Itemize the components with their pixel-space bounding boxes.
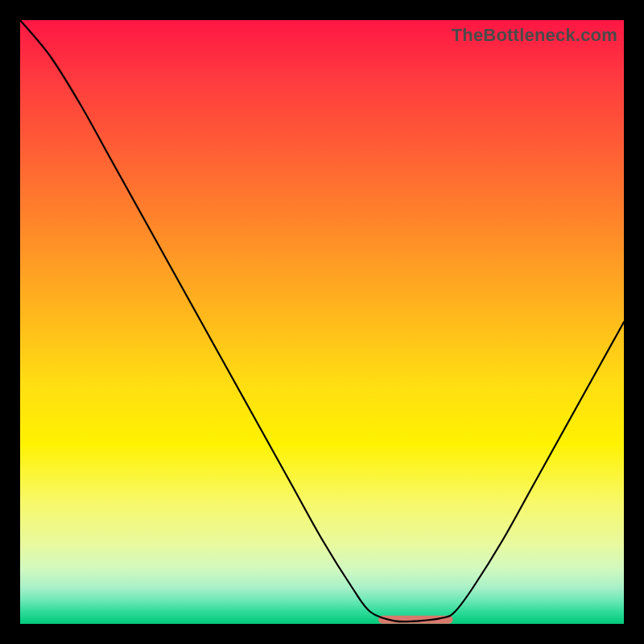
plot-area: TheBottleneck.com [20, 20, 624, 624]
chart-frame: TheBottleneck.com [0, 0, 644, 644]
heat-gradient [20, 20, 624, 624]
watermark-text: TheBottleneck.com [452, 25, 617, 46]
